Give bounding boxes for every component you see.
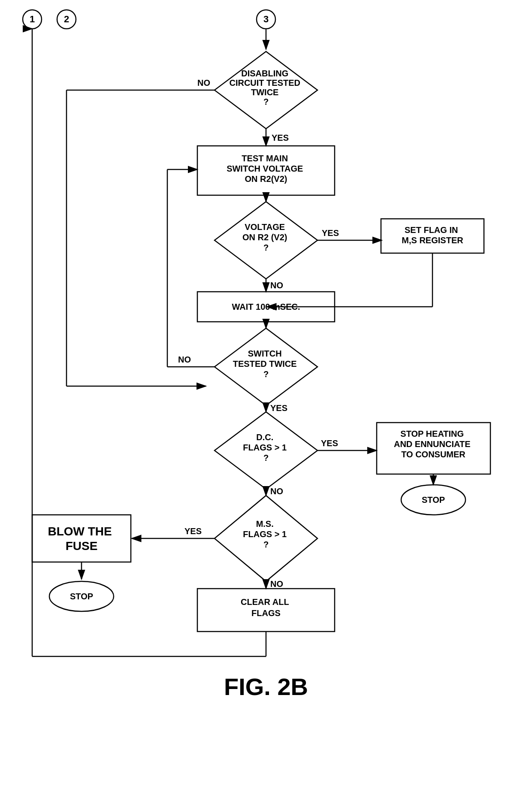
- label-yes-5: YES: [184, 526, 202, 536]
- diamond-dc-flags-text: D.C. FLAGS > 1 ?: [243, 432, 289, 462]
- diamond-voltage-text: VOLTAGE ON R2 (V2) ?: [242, 222, 290, 252]
- connector-2-label: 2: [64, 14, 69, 24]
- connector-1-label: 1: [30, 14, 35, 24]
- connector-3-label: 3: [263, 14, 269, 24]
- label-no-4: NO: [270, 487, 283, 496]
- label-no-3: NO: [178, 355, 191, 364]
- label-yes-1: YES: [272, 133, 289, 142]
- rect-blow-fuse: [32, 515, 131, 562]
- rect-test-main-switch-text: TEST MAIN SWITCH VOLTAGE ON R2(V2): [227, 154, 305, 184]
- diagram-container: 1 2 3 DISABLING CIRCUIT TESTED TWICE ? Y…: [0, 0, 532, 810]
- rect-wait-text: WAIT 100 mSEC.: [232, 302, 300, 311]
- diamond-disabling-text: DISABLING CIRCUIT TESTED TWICE ?: [229, 69, 302, 106]
- fig-label: FIG. 2B: [224, 673, 308, 700]
- stop-2-text: STOP: [70, 592, 93, 601]
- stop-1-text: STOP: [422, 495, 445, 505]
- label-yes-2: YES: [322, 228, 339, 238]
- rect-blow-fuse-text: BLOW THE FUSE: [48, 525, 115, 553]
- diamond-switch-tested-text: SWITCH TESTED TWICE ?: [233, 349, 299, 379]
- diamond-ms-flags-text: M.S. FLAGS > 1 ?: [243, 519, 289, 549]
- label-yes-3: YES: [270, 403, 287, 413]
- rect-set-flag-text: SET FLAG IN M,S REGISTER: [402, 225, 463, 245]
- rect-stop-heating-text: STOP HEATING AND ENNUNCIATE TO CONSUMER: [394, 429, 473, 459]
- label-no-1: NO: [197, 78, 210, 88]
- label-no-5: NO: [270, 579, 283, 589]
- label-no-2: NO: [270, 281, 283, 290]
- flowchart-svg: 1 2 3 DISABLING CIRCUIT TESTED TWICE ? Y…: [0, 0, 532, 810]
- label-yes-4: YES: [321, 438, 338, 448]
- rect-clear-flags-text: CLEAR ALL FLAGS: [241, 597, 291, 618]
